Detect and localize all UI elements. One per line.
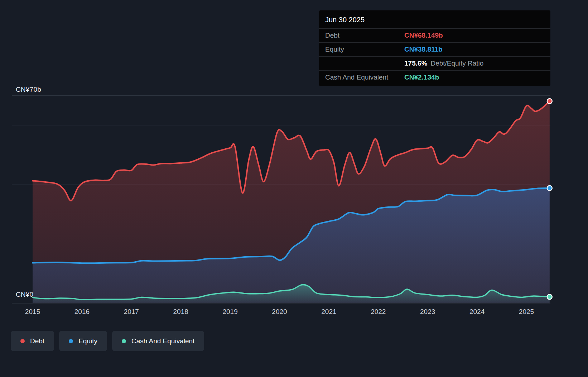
debt-equity-ratio-number: 175.6%	[404, 59, 427, 67]
tooltip-ratio-value: 175.6%Debt/Equity Ratio	[404, 59, 483, 68]
x-axis-label-2020: 2020	[272, 308, 287, 316]
y-axis-label-zero: CN¥0	[16, 291, 33, 299]
tooltip-equity-row: Equity CN¥38.811b	[319, 42, 550, 56]
x-axis-label-2023: 2023	[420, 308, 435, 316]
debt-legend-dot	[20, 339, 25, 343]
equity-endpoint-marker	[547, 186, 552, 191]
tooltip-cash-row: Cash And Equivalent CN¥2.134b	[319, 70, 550, 84]
tooltip-date: Jun 30 2025	[319, 10, 550, 28]
equity-legend-dot	[69, 339, 73, 343]
tooltip-ratio-row: 175.6%Debt/Equity Ratio	[319, 56, 550, 70]
chart-tooltip: Jun 30 2025 Debt CN¥68.149b Equity CN¥38…	[319, 10, 550, 86]
legend-label-equity: Equity	[78, 337, 97, 345]
tooltip-debt-row: Debt CN¥68.149b	[319, 28, 550, 42]
legend-label-cash: Cash And Equivalent	[131, 337, 194, 345]
tooltip-debt-label: Debt	[325, 31, 404, 40]
x-axis: 2015201620172018201920202021202220232024…	[0, 308, 588, 317]
legend-item-debt[interactable]: Debt	[11, 331, 54, 351]
tooltip-equity-label: Equity	[325, 45, 404, 54]
x-axis-label-2016: 2016	[74, 308, 90, 316]
debt-equity-history-chart: CN¥70b CN¥0 2015201620172018201920202021…	[0, 0, 588, 377]
tooltip-debt-value: CN¥68.149b	[404, 31, 443, 40]
legend-label-debt: Debt	[30, 337, 44, 345]
x-axis-label-2024: 2024	[469, 308, 485, 316]
tooltip-cash-value: CN¥2.134b	[404, 73, 439, 82]
x-axis-label-2021: 2021	[321, 308, 336, 316]
legend-item-cash[interactable]: Cash And Equivalent	[112, 331, 204, 351]
legend-item-equity[interactable]: Equity	[59, 331, 107, 351]
x-axis-label-2025: 2025	[519, 308, 534, 316]
debt-equity-ratio-label: Debt/Equity Ratio	[430, 59, 483, 67]
x-axis-label-2019: 2019	[222, 308, 237, 316]
tooltip-equity-value: CN¥38.811b	[404, 45, 443, 54]
debt-endpoint-marker	[547, 99, 552, 104]
x-axis-label-2022: 2022	[371, 308, 386, 316]
x-axis-label-2017: 2017	[124, 308, 139, 316]
x-axis-label-2015: 2015	[25, 308, 40, 316]
cash-endpoint-marker	[547, 294, 552, 299]
cash-legend-dot	[122, 339, 126, 343]
y-axis-label-max: CN¥70b	[16, 86, 41, 94]
chart-legend: DebtEquityCash And Equivalent	[11, 331, 204, 351]
tooltip-cash-label: Cash And Equivalent	[325, 73, 404, 82]
x-axis-label-2018: 2018	[173, 308, 188, 316]
